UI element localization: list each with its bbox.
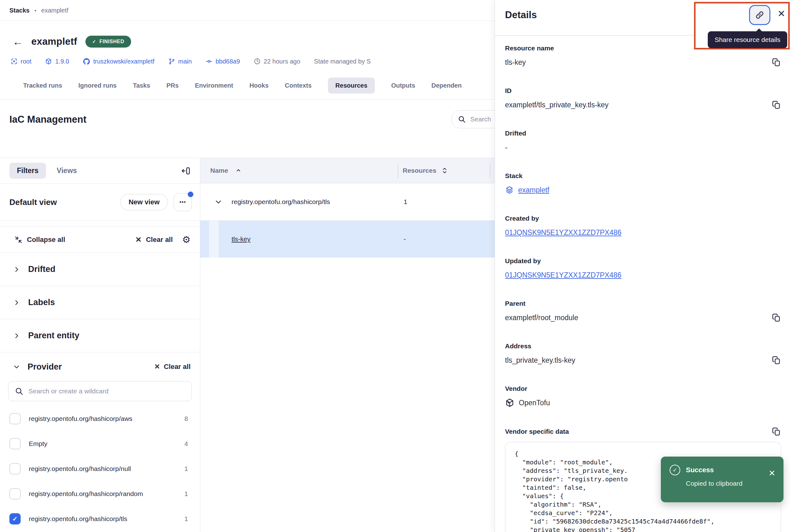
collapse-all-icon [14, 236, 22, 244]
iac-header: IaC Management [0, 100, 495, 139]
table-row-tls-key-selected[interactable]: tls-key - [200, 221, 495, 258]
check-circle-icon: ✓ [670, 465, 680, 475]
stack-header: ← exampletf ✓ FINISHED [0, 21, 495, 51]
link-icon [755, 10, 765, 20]
breadcrumb-stacks[interactable]: Stacks [9, 7, 30, 14]
x-icon: ✕ [154, 363, 160, 371]
x-icon: ✕ [135, 235, 141, 244]
new-view-button[interactable]: New view [120, 194, 168, 210]
close-icon[interactable]: ✕ [769, 469, 775, 478]
checkbox[interactable] [9, 463, 21, 474]
tab-tracked-runs[interactable]: Tracked runs [23, 82, 62, 89]
tab-environment[interactable]: Environment [195, 82, 233, 89]
provider-search-input[interactable] [28, 387, 179, 395]
tab-hooks[interactable]: Hooks [249, 82, 268, 89]
field-updated-by: Updated by 01JQNSK9N5E1YZXX1ZZD7PX486 [505, 256, 781, 280]
stack-meta: root 1.9.0 truszkowski/exampletf main bb… [0, 51, 495, 72]
check-icon: ✓ [92, 39, 96, 44]
status-badge: ✓ FINISHED [85, 36, 131, 48]
provider-option-aws[interactable]: registry.opentofu.org/hashicorp/aws 8 [0, 406, 200, 431]
resources-search[interactable] [451, 110, 495, 128]
git-branch-icon [168, 58, 175, 65]
filter-section-parent-entity[interactable]: Parent entity [0, 319, 200, 353]
tab-dependencies[interactable]: Dependen [431, 82, 462, 89]
space-link[interactable]: root [11, 58, 31, 65]
column-header-name[interactable]: Name [200, 167, 241, 174]
checkbox[interactable] [9, 488, 21, 499]
close-icon[interactable]: ✕ [777, 8, 785, 19]
chevron-down-icon[interactable] [215, 198, 222, 206]
toast-title: Success [686, 466, 714, 474]
created-by-link[interactable]: 01JQNSK9N5E1YZXX1ZZD7PX486 [505, 228, 621, 237]
field-created-by: Created by 01JQNSK9N5E1YZXX1ZZD7PX486 [505, 214, 781, 237]
version-item[interactable]: 1.9.0 [45, 58, 69, 65]
space-icon [11, 58, 18, 65]
branch-item[interactable]: main [168, 58, 192, 65]
checkbox[interactable] [9, 438, 21, 449]
commit-item[interactable]: bbd68a9 [206, 58, 240, 65]
table-header: Name Resources [200, 158, 495, 183]
copy-icon[interactable] [772, 356, 781, 365]
tab-ignored-runs[interactable]: Ignored runs [79, 82, 117, 89]
updated-by-link[interactable]: 01JQNSK9N5E1YZXX1ZZD7PX486 [505, 270, 621, 280]
clear-all-button[interactable]: ✕ Clear all [135, 235, 173, 244]
toast-message: Copied to clipboard [686, 480, 775, 487]
resource-link[interactable]: tls-key [232, 235, 251, 243]
views-tab[interactable]: Views [57, 167, 77, 175]
updated-time: 22 hours ago [254, 58, 301, 65]
provider-search[interactable] [8, 381, 192, 401]
share-resource-button[interactable] [749, 5, 770, 25]
filter-section-labels[interactable]: Labels [0, 286, 200, 319]
search-icon [458, 115, 466, 123]
main-pane: ← exampletf ✓ FINISHED root 1.9.0 truszk… [0, 21, 495, 532]
details-title: Details [505, 10, 537, 21]
copy-icon[interactable] [772, 427, 781, 436]
commit-icon [206, 58, 212, 65]
success-toast: ✓ Success Copied to clipboard ✕ [661, 457, 784, 502]
copy-icon[interactable] [772, 313, 781, 322]
iac-title: IaC Management [9, 114, 86, 125]
chevron-down-icon[interactable] [13, 363, 20, 370]
back-arrow-icon[interactable]: ← [13, 36, 23, 47]
tab-prs[interactable]: PRs [167, 82, 179, 89]
provider-clear-all-button[interactable]: ✕ Clear all [154, 363, 191, 371]
field-vendor: Vendor OpenTofu [505, 384, 781, 407]
search-icon [15, 387, 23, 396]
stack-link[interactable]: exampletf [518, 185, 549, 195]
filter-section-drifted[interactable]: Drifted [0, 253, 200, 286]
copy-icon[interactable] [772, 100, 781, 110]
state-note: State managed by S [314, 58, 371, 65]
checkbox-checked[interactable]: ✓ [9, 513, 21, 525]
tab-contexts[interactable]: Contexts [285, 82, 312, 89]
collapse-all-button[interactable]: Collapse all [14, 236, 65, 244]
tab-outputs[interactable]: Outputs [391, 82, 415, 89]
chevron-right-icon [13, 299, 20, 306]
details-panel: Details ✕ Share resource details Resourc… [495, 0, 791, 532]
github-icon [83, 58, 90, 65]
view-more-button[interactable]: ••• [174, 193, 192, 211]
provider-option-random[interactable]: registry.opentofu.org/hashicorp/random 1 [0, 481, 200, 506]
tab-tasks[interactable]: Tasks [133, 82, 150, 89]
field-stack: Stack exampletf [505, 171, 781, 195]
cube-icon [45, 58, 52, 65]
column-header-resources[interactable]: Resources [403, 167, 447, 174]
opentofu-icon [505, 398, 515, 407]
provider-option-null[interactable]: registry.opentofu.org/hashicorp/null 1 [0, 456, 200, 481]
collapse-sidebar-icon[interactable] [181, 166, 191, 175]
provider-option-empty[interactable]: Empty 4 [0, 431, 200, 456]
more-dots-icon: ••• [179, 199, 186, 205]
view-name: Default view [9, 197, 57, 207]
table-row-provider[interactable]: registry.opentofu.org/hashicorp/tls 1 [200, 183, 495, 221]
tab-resources[interactable]: Resources [328, 78, 375, 94]
checkbox[interactable] [9, 413, 21, 424]
tooltip-caret [756, 28, 762, 32]
gear-icon[interactable]: ⚙ [182, 234, 191, 245]
repo-link[interactable]: truszkowski/exampletf [83, 58, 155, 65]
stack-tabs: Tracked runs Ignored runs Tasks PRs Envi… [0, 72, 495, 100]
notification-dot [188, 191, 193, 197]
search-input[interactable] [470, 115, 495, 123]
resources-table: Name Resources registry.opentofu.org/has… [200, 158, 495, 532]
filters-tab[interactable]: Filters [9, 163, 46, 179]
copy-icon[interactable] [772, 58, 781, 67]
provider-option-tls[interactable]: ✓ registry.opentofu.org/hashicorp/tls 1 [0, 506, 200, 531]
